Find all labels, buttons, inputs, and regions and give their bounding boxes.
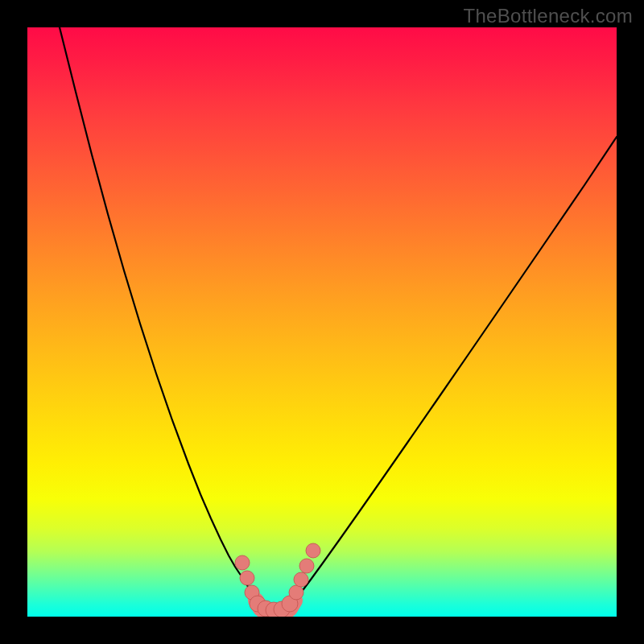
marker-dot [235,555,250,570]
curve-left-arm [60,27,256,601]
marker-dots [235,543,320,617]
curve-layer [27,27,617,617]
marker-dot [240,571,254,585]
watermark-text: TheBottleneck.com [463,5,633,27]
curve-right-arm [295,137,617,601]
marker-dot [306,543,320,558]
plot-area [27,27,617,617]
marker-dot [294,572,308,587]
marker-dot [299,559,314,573]
marker-dot [289,585,303,600]
curve-paths [60,27,617,601]
chart-frame: TheBottleneck.com [0,0,644,644]
